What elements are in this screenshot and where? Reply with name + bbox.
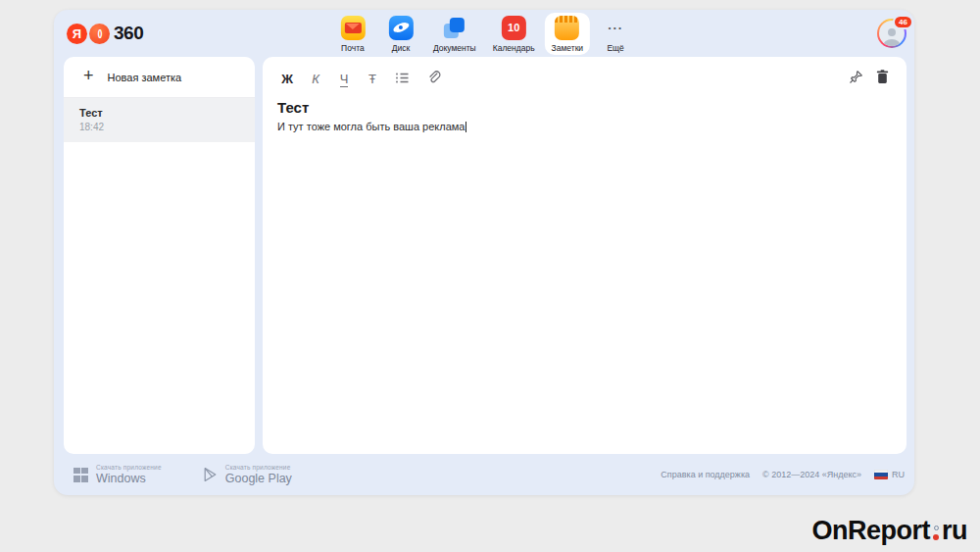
editor-toolbar: Ж К Ч Ŧ xyxy=(263,57,906,88)
disk-icon xyxy=(388,16,413,40)
watermark-colon-icon xyxy=(933,526,939,540)
watermark-name: OnReport xyxy=(812,516,931,546)
services-nav: Почта Диск Документы 10 Календарь Заметк… xyxy=(330,10,638,57)
note-item-title: Тест xyxy=(79,107,239,119)
strikethrough-button[interactable]: Ŧ xyxy=(367,72,378,87)
nav-label-disk: Диск xyxy=(392,43,410,53)
note-item-time: 18:42 xyxy=(79,122,239,132)
plus-icon: + xyxy=(83,66,94,86)
note-list-item[interactable]: Тест 18:42 xyxy=(64,98,255,142)
delete-icon[interactable] xyxy=(876,70,889,88)
windows-icon xyxy=(74,468,88,482)
footer-right: Справка и поддержка © 2012—2024 «Яндекс»… xyxy=(661,470,905,479)
nav-label-mail: Почта xyxy=(341,43,365,53)
footer: Скачать приложение Windows Скачать прило… xyxy=(54,454,914,495)
help-link[interactable]: Справка и поддержка xyxy=(661,470,750,479)
nav-item-calendar[interactable]: 10 Календарь xyxy=(486,13,542,55)
notes-icon xyxy=(555,16,579,40)
list-button[interactable] xyxy=(395,71,410,88)
yandex-logo-icon: Я xyxy=(67,24,87,44)
calendar-icon: 10 xyxy=(502,16,526,40)
yandex-360-logo[interactable]: Я () 360 xyxy=(67,10,143,57)
text-cursor xyxy=(466,122,466,132)
google-play-icon xyxy=(203,467,218,482)
language-selector[interactable]: RU xyxy=(874,470,905,479)
nav-label-documents: Документы xyxy=(433,43,476,53)
note-editor-panel: Ж К Ч Ŧ xyxy=(263,57,906,454)
user-avatar[interactable]: 46 xyxy=(877,19,906,48)
nav-item-more[interactable]: ··· Ещё xyxy=(593,13,638,55)
more-dots-icon: ··· xyxy=(604,16,628,40)
underline-button[interactable]: Ч xyxy=(338,72,350,87)
russia-flag-icon xyxy=(874,470,888,479)
windows-label: Windows xyxy=(96,472,162,485)
nav-label-more: Ещё xyxy=(607,43,623,53)
pin-icon[interactable] xyxy=(849,70,863,88)
windows-caption: Скачать приложение xyxy=(96,464,162,471)
mail-icon xyxy=(340,16,365,40)
italic-button[interactable]: К xyxy=(310,72,321,87)
app-window: Я () 360 Почта Диск Документы 10 Календа… xyxy=(54,10,914,495)
documents-icon xyxy=(442,16,466,40)
new-note-label: Новая заметка xyxy=(108,72,182,83)
note-body[interactable]: И тут тоже могла быть ваша реклама xyxy=(277,121,906,132)
logo-360-text: 360 xyxy=(114,23,143,44)
gplay-caption: Скачать приложение xyxy=(225,464,292,471)
new-note-button[interactable]: + Новая заметка xyxy=(64,57,255,98)
google-play-link[interactable]: Скачать приложение Google Play xyxy=(203,464,292,485)
watermark-tld: ru xyxy=(942,516,967,546)
notifications-badge: 46 xyxy=(893,15,913,29)
nav-item-mail[interactable]: Почта xyxy=(330,13,375,55)
language-code: RU xyxy=(892,470,905,479)
windows-app-link[interactable]: Скачать приложение Windows xyxy=(74,464,162,485)
nav-item-documents[interactable]: Документы xyxy=(426,13,483,55)
gplay-label: Google Play xyxy=(225,472,292,485)
nav-label-calendar: Календарь xyxy=(493,43,535,53)
nav-label-notes: Заметки xyxy=(552,43,584,53)
notes-sidebar: + Новая заметка Тест 18:42 xyxy=(64,57,255,454)
attach-button[interactable] xyxy=(426,70,441,88)
360-ball-icon: () xyxy=(89,24,110,44)
onreport-watermark: OnReport ru xyxy=(812,516,968,546)
nav-item-disk[interactable]: Диск xyxy=(378,13,423,55)
header: Я () 360 Почта Диск Документы 10 Календа… xyxy=(54,10,914,57)
bold-button[interactable]: Ж xyxy=(281,72,293,87)
copyright-text: © 2012—2024 «Яндекс» xyxy=(762,470,861,479)
nav-item-notes[interactable]: Заметки xyxy=(545,13,591,55)
note-title[interactable]: Тест xyxy=(277,99,906,116)
